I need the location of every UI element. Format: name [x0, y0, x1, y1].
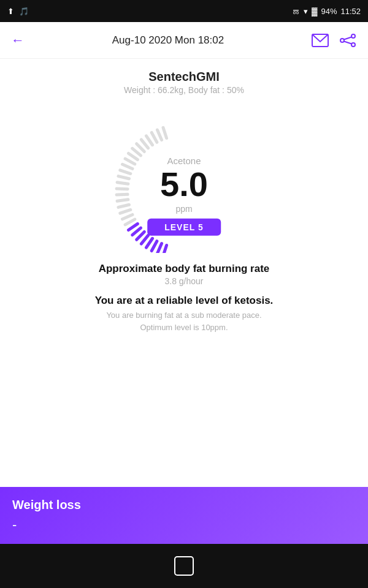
svg-point-1: [351, 34, 355, 38]
svg-line-24: [123, 164, 132, 168]
svg-line-5: [344, 41, 351, 43]
svg-line-7: [157, 243, 161, 253]
svg-line-30: [146, 136, 152, 145]
svg-line-6: [163, 245, 167, 253]
svg-line-23: [120, 170, 131, 174]
weight-loss-value: -: [12, 517, 356, 533]
main-content: SentechGMI Weight : 66.2kg, Body fat : 5…: [0, 59, 368, 333]
svg-line-16: [120, 209, 131, 213]
device-subtitle: Weight : 66.2kg, Body fat : 50%: [12, 85, 356, 95]
svg-line-32: [157, 130, 161, 140]
gauge-center: Acetone 5.0 ppm LEVEL 5: [147, 156, 221, 236]
weight-loss-section: Weight loss -: [0, 487, 368, 544]
svg-line-31: [151, 132, 157, 142]
svg-line-28: [137, 144, 145, 152]
weight-loss-title: Weight loss: [12, 498, 356, 512]
svg-line-11: [137, 232, 145, 239]
share-icon[interactable]: [339, 34, 357, 47]
svg-line-12: [132, 228, 141, 235]
battery-icon: ▓: [312, 7, 317, 16]
svg-line-14: [125, 219, 135, 225]
level-badge: LEVEL 5: [147, 219, 221, 236]
bluetooth-icon: ⯹: [292, 7, 300, 16]
gauge-container: Acetone 5.0 ppm LEVEL 5: [12, 106, 356, 253]
svg-line-17: [118, 205, 129, 207]
clock: 11:52: [340, 7, 361, 16]
svg-line-27: [132, 148, 141, 156]
svg-line-33: [163, 127, 167, 138]
svg-line-18: [117, 200, 128, 202]
svg-line-13: [129, 224, 138, 230]
svg-point-3: [340, 39, 344, 42]
status-bar: ⬆ 🎵 ⯹ ▾ ▓ 94% 11:52: [0, 0, 368, 22]
gauge-unit: ppm: [147, 204, 221, 214]
fat-burning-rate: 3.8 g/hour: [12, 276, 356, 286]
gauge-value: 5.0: [160, 165, 208, 203]
svg-point-2: [351, 43, 355, 47]
music-icon: 🎵: [19, 7, 29, 16]
svg-line-4: [344, 37, 351, 39]
fat-burning-section: Approximate body fat burning rate 3.8 g/…: [12, 263, 356, 286]
home-button[interactable]: [174, 556, 194, 576]
back-button[interactable]: ←: [11, 32, 25, 48]
status-right: ⯹ ▾ ▓ 94% 11:52: [292, 7, 361, 16]
svg-line-9: [146, 238, 152, 247]
svg-line-15: [123, 214, 132, 219]
svg-line-19: [117, 194, 128, 195]
upload-icon: ⬆: [7, 7, 14, 16]
ketosis-headline: You are at a reliable level of ketosis.: [12, 295, 356, 307]
svg-line-10: [141, 235, 148, 244]
svg-line-20: [117, 189, 128, 189]
bottom-bar: [0, 544, 368, 588]
top-nav: ← Aug-10 2020 Mon 18:02: [0, 22, 368, 59]
svg-line-21: [117, 183, 128, 184]
battery-percent: 94%: [321, 7, 337, 16]
ketosis-description: You are burning fat at a sub moderate pa…: [12, 309, 356, 333]
wifi-icon: ▾: [304, 7, 308, 16]
ketosis-section: You are at a reliable level of ketosis. …: [12, 295, 356, 333]
status-left: ⬆ 🎵: [7, 7, 29, 16]
svg-line-25: [125, 159, 135, 164]
fat-burning-title: Approximate body fat burning rate: [12, 263, 356, 275]
svg-line-26: [129, 153, 138, 159]
svg-line-29: [141, 140, 148, 148]
device-title-section: SentechGMI Weight : 66.2kg, Body fat : 5…: [12, 70, 356, 95]
date-display: Aug-10 2020 Mon 18:02: [112, 34, 224, 47]
nav-action-icons: [312, 34, 357, 47]
svg-line-8: [151, 241, 157, 251]
device-name: SentechGMI: [12, 70, 356, 84]
mail-icon[interactable]: [312, 34, 329, 47]
svg-line-22: [118, 176, 129, 179]
